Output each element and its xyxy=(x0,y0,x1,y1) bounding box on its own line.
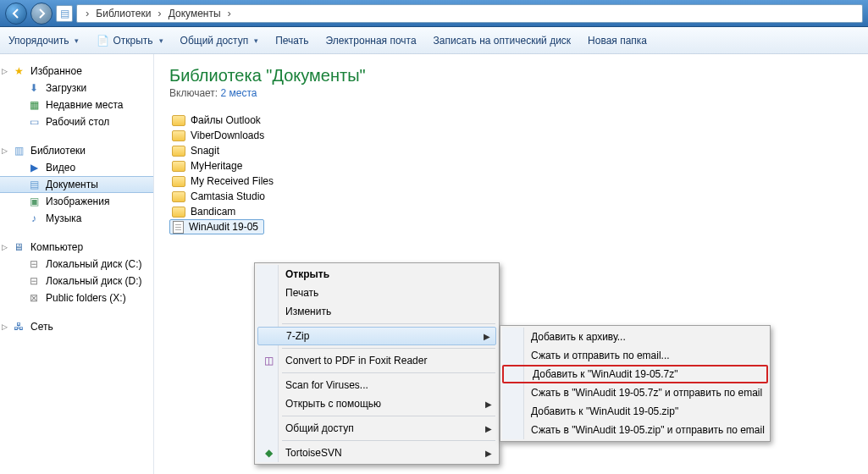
pdf-icon: ◫ xyxy=(262,355,275,367)
toolbar: Упорядочить 📄 Открыть Общий доступ Печат… xyxy=(0,27,868,54)
sidebar-item-videos[interactable]: ▶Видео xyxy=(0,159,153,176)
sidebar-item-desktop[interactable]: ▭Рабочий стол xyxy=(0,113,153,130)
ctx-compress-zip-email[interactable]: Сжать в "WinAudit 19-05.zip" и отправить… xyxy=(502,421,768,439)
sidebar-item-documents[interactable]: ▤Документы xyxy=(0,176,153,193)
folder-icon xyxy=(172,207,185,218)
favorites-header[interactable]: ▷ ★ Избранное xyxy=(0,63,153,80)
library-icon: ▥ xyxy=(12,144,25,157)
ctx-tortoisesvn[interactable]: ◆TortoiseSVN▶ xyxy=(257,444,497,462)
sidebar-item-recent[interactable]: ▦Недавние места xyxy=(0,96,153,113)
music-icon: ♪ xyxy=(27,212,41,225)
network-disk-icon: ⊠ xyxy=(27,291,41,305)
recent-icon: ▦ xyxy=(27,98,41,112)
network-header[interactable]: ▷ 🖧 Сеть xyxy=(0,318,153,335)
library-subtitle: Включает: 2 места xyxy=(169,87,853,99)
disk-icon: ⊟ xyxy=(27,274,41,288)
folder-item[interactable]: Файлы Outlook xyxy=(169,113,853,128)
folder-item[interactable]: My Received Files xyxy=(169,174,853,189)
breadcrumb[interactable]: Библиотеки xyxy=(96,8,151,19)
disk-icon: ⊟ xyxy=(27,257,41,271)
window-navbar: ▤ Библиотеки Документы xyxy=(0,0,868,27)
file-icon xyxy=(173,221,184,234)
open-button[interactable]: 📄 Открыть xyxy=(96,34,163,47)
folder-item[interactable]: Bandicam xyxy=(169,204,853,219)
ctx-add-zip[interactable]: Добавить к "WinAudit 19-05.zip" xyxy=(502,402,768,421)
share-button[interactable]: Общий доступ xyxy=(180,35,259,47)
folder-item[interactable]: Camtasia Studio xyxy=(169,189,853,204)
tortoise-icon: ◆ xyxy=(262,447,275,459)
folder-icon xyxy=(172,130,185,141)
ctx-compress-7z-email[interactable]: Сжать в "WinAudit 19-05.7z" и отправить … xyxy=(502,383,768,402)
email-button[interactable]: Электронная почта xyxy=(326,35,417,47)
computer-icon: 🖥 xyxy=(12,240,25,254)
sidebar-item-disk-c[interactable]: ⊟Локальный диск (C:) xyxy=(0,256,153,273)
library-icon: ▤ xyxy=(58,7,71,20)
folder-icon xyxy=(172,161,185,172)
folder-item[interactable]: Snagit xyxy=(169,143,853,158)
network-icon: 🖧 xyxy=(12,320,25,333)
image-icon: ▣ xyxy=(27,195,41,208)
submenu-arrow-icon: ▶ xyxy=(484,332,490,341)
address-bar[interactable]: Библиотеки Документы xyxy=(76,4,863,23)
star-icon: ★ xyxy=(12,64,25,78)
folder-icon xyxy=(172,176,185,187)
submenu-arrow-icon: ▶ xyxy=(485,449,492,458)
download-icon: ⬇ xyxy=(27,81,41,95)
library-title: Библиотека "Документы" xyxy=(169,66,853,85)
ctx-scan-viruses[interactable]: Scan for Viruses... xyxy=(257,376,497,394)
ctx-add-to-archive[interactable]: Добавить к архиву... xyxy=(502,328,768,346)
document-icon: ▤ xyxy=(27,178,41,191)
open-icon: 📄 xyxy=(96,34,109,47)
computer-header[interactable]: ▷ 🖥 Компьютер xyxy=(0,239,153,256)
ctx-7zip[interactable]: 7-Zip▶ xyxy=(257,327,496,345)
print-button[interactable]: Печать xyxy=(275,35,308,47)
sidebar-item-pictures[interactable]: ▣Изображения xyxy=(0,193,153,210)
breadcrumb[interactable]: Документы xyxy=(169,8,221,19)
burn-button[interactable]: Записать на оптический диск xyxy=(434,35,572,47)
back-button[interactable] xyxy=(5,3,27,25)
navigation-pane: ▷ ★ Избранное ⬇Загрузки ▦Недавние места … xyxy=(0,54,154,474)
desktop-icon: ▭ xyxy=(27,115,41,129)
organize-button[interactable]: Упорядочить xyxy=(8,35,79,47)
libraries-header[interactable]: ▷ ▥ Библиотеки xyxy=(0,142,153,159)
video-icon: ▶ xyxy=(27,161,41,174)
submenu-arrow-icon: ▶ xyxy=(485,400,492,409)
sidebar-item-public-folders[interactable]: ⊠Public folders (X:) xyxy=(0,289,153,306)
folder-icon xyxy=(172,146,185,157)
forward-button[interactable] xyxy=(30,3,53,25)
sidebar-item-downloads[interactable]: ⬇Загрузки xyxy=(0,80,153,96)
folder-icon xyxy=(172,115,185,126)
ctx-edit[interactable]: Изменить xyxy=(257,302,497,321)
folder-icon xyxy=(172,191,185,202)
sidebar-item-disk-d[interactable]: ⊟Локальный диск (D:) xyxy=(0,273,153,289)
address-icon[interactable]: ▤ xyxy=(56,5,73,22)
file-list: Файлы Outlook ViberDownloads Snagit MyHe… xyxy=(169,113,853,234)
file-item-selected[interactable]: WinAudit 19-05 xyxy=(169,219,264,234)
submenu-arrow-icon: ▶ xyxy=(485,424,492,433)
folder-item[interactable]: MyHeritage xyxy=(169,158,853,174)
ctx-share[interactable]: Общий доступ▶ xyxy=(257,419,497,438)
ctx-print[interactable]: Печать xyxy=(257,284,497,302)
ctx-compress-email[interactable]: Сжать и отправить по email... xyxy=(502,346,768,365)
new-folder-button[interactable]: Новая папка xyxy=(588,35,647,47)
context-menu: Открыть Печать Изменить 7-Zip▶ ◫Convert … xyxy=(254,262,500,465)
context-submenu-7zip: Добавить к архиву... Сжать и отправить п… xyxy=(500,325,771,442)
ctx-open-with[interactable]: Открыть с помощью▶ xyxy=(257,394,497,413)
sidebar-item-music[interactable]: ♪Музыка xyxy=(0,210,153,227)
ctx-convert-pdf[interactable]: ◫Convert to PDF in Foxit Reader xyxy=(257,351,497,370)
ctx-open[interactable]: Открыть xyxy=(257,265,497,284)
folder-item[interactable]: ViberDownloads xyxy=(169,128,853,143)
includes-link[interactable]: 2 места xyxy=(221,87,257,99)
ctx-add-7z[interactable]: Добавить к "WinAudit 19-05.7z" xyxy=(502,365,768,383)
